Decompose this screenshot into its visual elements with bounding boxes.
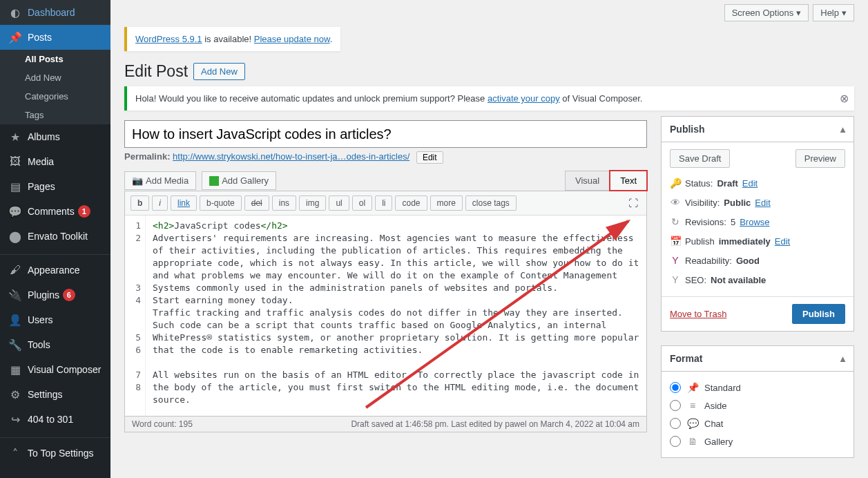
edit-schedule-link[interactable]: Edit [775, 236, 790, 247]
notice-text: Hola! Would you like to receive automati… [135, 93, 488, 104]
quicktags-toolbar: b i link b-quote del ins img ul ol li co… [125, 191, 646, 216]
menu-to-top[interactable]: ˄To Top Settings [0, 441, 110, 466]
submenu-tags[interactable]: Tags [0, 106, 110, 124]
code-textarea[interactable]: 12 34 56 78 <h2>JavaScript codes</h2>Adv… [125, 216, 646, 416]
menu-404-to-301[interactable]: ↪404 to 301 [0, 407, 110, 432]
chevron-down-icon: ▾ [842, 8, 847, 18]
submenu-all-posts[interactable]: All Posts [0, 50, 110, 68]
format-icon: 📌 [686, 382, 699, 393]
submenu-categories[interactable]: Categories [0, 87, 110, 106]
calendar-icon: 📅 [670, 236, 681, 247]
format-icon: 💬 [686, 418, 699, 429]
text-editor: b i link b-quote del ins img ul ol li co… [124, 191, 647, 417]
comments-count-badge: 1 [78, 205, 90, 218]
eye-icon: 👁 [670, 197, 681, 208]
edit-status-link[interactable]: Edit [742, 178, 758, 189]
format-radio[interactable] [670, 400, 681, 411]
camera-icon: 📷 [132, 175, 143, 186]
format-option-gallery[interactable]: 🗎 Gallery [670, 432, 845, 450]
preview-button[interactable]: Preview [795, 149, 845, 168]
qt-more[interactable]: more [430, 195, 463, 211]
panel-title: Publish [670, 124, 705, 135]
tab-visual[interactable]: Visual [565, 171, 610, 191]
admin-sidebar: ◐Dashboard 📌Posts All Posts Add New Cate… [0, 0, 110, 478]
menu-users[interactable]: 👤Users [0, 307, 110, 332]
pin-icon: 📌 [8, 30, 22, 44]
qt-code[interactable]: code [395, 195, 427, 211]
format-option-standard[interactable]: 📌 Standard [670, 379, 845, 396]
save-draft-button[interactable]: Save Draft [670, 149, 730, 168]
format-radio[interactable] [670, 418, 681, 429]
menu-tools[interactable]: 🔧Tools [0, 332, 110, 357]
code-content[interactable]: <h2>JavaScript codes</h2>Advertisers' re… [146, 216, 646, 416]
qt-bold[interactable]: b [131, 195, 149, 211]
add-media-button[interactable]: 📷Add Media [124, 171, 196, 190]
publish-button[interactable]: Publish [792, 304, 845, 324]
permalink-link[interactable]: http://www.strykowski.net/how-to-insert-… [173, 151, 409, 162]
format-icon: ≡ [686, 400, 699, 411]
submenu-add-new[interactable]: Add New [0, 68, 110, 87]
browse-revisions-link[interactable]: Browse [740, 217, 769, 227]
qt-italic[interactable]: i [152, 195, 168, 211]
format-icon: 🗎 [686, 436, 699, 447]
menu-pages[interactable]: ▤Pages [0, 174, 110, 199]
dismiss-notice-button[interactable]: ⊗ [840, 92, 849, 105]
menu-comments[interactable]: 💬Comments1 [0, 199, 110, 224]
post-title-input[interactable] [124, 120, 647, 148]
menu-separator [0, 434, 110, 438]
screen-options-button[interactable]: Screen Options ▾ [724, 4, 809, 21]
menu-appearance[interactable]: 🖌Appearance [0, 258, 110, 283]
qt-close-tags[interactable]: close tags [465, 195, 517, 211]
panel-toggle[interactable]: ▴ [840, 353, 845, 364]
gallery-icon [209, 176, 219, 186]
add-new-button[interactable]: Add New [193, 63, 245, 80]
menu-media[interactable]: 🖾Media [0, 149, 110, 174]
format-panel: Format▴ 📌 Standard ≡ Aside 💬 Chat 🗎 Gall… [661, 345, 854, 458]
tab-text[interactable]: Text [610, 171, 647, 191]
add-gallery-button[interactable]: Add Gallery [202, 171, 276, 190]
revisions-value: 5 [731, 217, 735, 227]
redirect-icon: ↪ [8, 412, 22, 426]
format-radio[interactable] [670, 436, 681, 447]
qt-ul[interactable]: ul [329, 195, 349, 211]
menu-dashboard[interactable]: ◐Dashboard [0, 0, 110, 25]
menu-visual-composer[interactable]: ▦Visual Composer [0, 357, 110, 382]
visibility-label: Visibility: [685, 198, 720, 208]
page-icon: ▤ [8, 180, 22, 193]
permalink-edit-button[interactable]: Edit [416, 151, 443, 164]
menu-albums[interactable]: ★Albums [0, 124, 110, 149]
format-option-aside[interactable]: ≡ Aside [670, 396, 845, 414]
menu-label: Plugins [28, 289, 59, 300]
revisions-icon: ↻ [670, 216, 681, 227]
qt-ol[interactable]: ol [352, 195, 372, 211]
panel-toggle[interactable]: ▴ [840, 124, 845, 135]
format-radio[interactable] [670, 382, 681, 393]
editor-statusbar: Word count: 195 Draft saved at 1:46:58 p… [124, 417, 647, 432]
move-to-trash-link[interactable]: Move to Trash [670, 309, 726, 319]
user-icon: 👤 [8, 313, 22, 327]
activate-copy-link[interactable]: activate your copy [488, 93, 560, 104]
menu-posts-submenu: All Posts Add New Categories Tags [0, 50, 110, 124]
menu-settings[interactable]: ⚙Settings [0, 382, 110, 407]
notice-text: . [330, 34, 333, 44]
seo-value: Not available [711, 275, 766, 285]
fullscreen-icon[interactable]: ⛶ [626, 198, 641, 209]
menu-plugins[interactable]: 🔌Plugins6 [0, 283, 110, 307]
qt-link[interactable]: link [171, 195, 197, 211]
wp-version-link[interactable]: WordPress 5.9.1 [135, 34, 202, 44]
qt-bquote[interactable]: b-quote [200, 195, 242, 211]
qt-li[interactable]: li [375, 195, 392, 211]
edit-visibility-link[interactable]: Edit [755, 198, 770, 208]
qt-ins[interactable]: ins [272, 195, 296, 211]
menu-label: Users [28, 314, 53, 325]
qt-del[interactable]: del [244, 195, 269, 211]
format-option-chat[interactable]: 💬 Chat [670, 414, 845, 432]
update-now-link[interactable]: Please update now [254, 34, 330, 44]
menu-envato[interactable]: ⬤Envato Toolkit [0, 224, 110, 249]
qt-img[interactable]: img [299, 195, 326, 211]
wrench-icon: 🔧 [8, 338, 22, 352]
help-button[interactable]: Help ▾ [813, 4, 854, 21]
menu-posts[interactable]: 📌Posts [0, 25, 110, 50]
yoast-icon: Y [670, 255, 681, 266]
revisions-label: Revisions: [685, 217, 726, 227]
